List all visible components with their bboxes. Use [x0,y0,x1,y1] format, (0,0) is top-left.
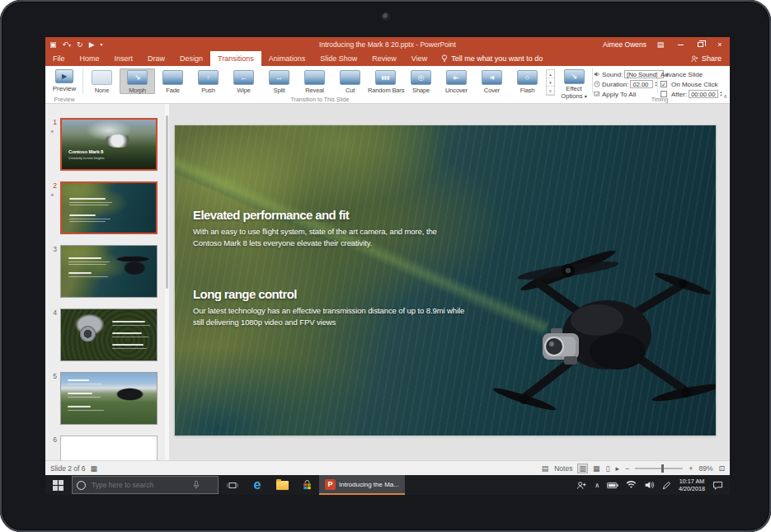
signed-in-user[interactable]: Aimee Owens [603,40,646,49]
pen-icon[interactable] [662,481,671,490]
notes-button[interactable]: Notes [554,464,572,473]
panel-scrollbar-thumb[interactable] [166,115,168,289]
slide-thumbnail-6[interactable] [60,435,157,460]
action-center-icon[interactable] [712,481,723,490]
edge-button[interactable]: e [245,475,270,495]
transition-label: Reveal [297,87,332,94]
slide-thumbnail-4[interactable] [60,308,157,361]
start-presentation-icon[interactable]: ▶ [89,40,95,49]
store-icon [302,480,313,491]
transition-uncover[interactable]: ⇤Uncover [439,68,474,94]
transition-morph[interactable]: ↘Morph [120,68,155,94]
duration-input[interactable]: 02.00 [630,80,653,88]
file-explorer-button[interactable] [270,475,294,495]
battery-icon[interactable] [607,482,618,489]
ribbon-display-options-icon[interactable]: ▤ [655,40,666,49]
tray-chevron-up-icon[interactable]: ∧ [595,482,599,489]
slide-text-block-2[interactable]: Long range control Our latest technology… [193,287,465,329]
transition-shape[interactable]: ◎Shape [403,68,439,94]
wifi-icon[interactable] [626,481,637,489]
effect-options-button[interactable]: ↘ Effect Options ▾ [557,69,590,101]
zoom-in-icon[interactable]: + [689,464,693,473]
slide-thumbnail-3[interactable] [60,245,157,298]
zoom-slider-thumb[interactable] [661,464,664,473]
transition-wipe[interactable]: ←Wipe [226,68,261,94]
transition-flash[interactable]: ○Flash [510,68,545,94]
preview-button[interactable]: ▶ Preview [49,69,79,92]
close-button[interactable]: × [714,40,726,49]
gallery-down-icon[interactable]: ▾ [547,78,554,87]
current-slide[interactable]: Elevated performance and fit With an eas… [175,125,716,435]
people-icon[interactable] [576,481,587,490]
slide-thumbnail-1[interactable]: Contoso Mark 8 Creativity to new heights [60,118,157,171]
thumbnail-text-placeholder [68,257,101,259]
accessibility-status-icon[interactable]: ▦ [91,464,98,473]
task-view-button[interactable] [220,475,245,495]
on-mouse-click-checkbox[interactable]: ✓ [661,81,667,87]
tab-file[interactable]: File [45,51,73,66]
thumbnail-text-placeholder [112,348,147,349]
store-button[interactable] [294,475,319,495]
undo-dropdown-icon[interactable]: ▾ [68,43,71,48]
slide-text-block-1[interactable]: Elevated performance and fit With an eas… [193,208,465,250]
transition-none[interactable]: None [84,68,120,94]
tab-draw[interactable]: Draw [140,51,172,66]
undo-icon[interactable]: ↶▾ [63,40,72,49]
gallery-up-icon[interactable]: ▴ [547,70,554,78]
minimize-button[interactable] [675,40,686,49]
slide-body: Our latest technology has an effective t… [193,305,465,329]
restore-button[interactable] [694,40,706,49]
slide-thumbnail-2[interactable] [60,181,157,234]
status-bar: Slide 2 of 6 ▦ ▤ Notes ▥ ▦ ▯ ▸ − + 89% ⊡ [45,460,730,475]
transition-fade[interactable]: Fade [155,68,190,94]
slideshow-view-icon[interactable]: ▸ [615,464,619,473]
tab-insert[interactable]: Insert [107,51,141,66]
zoom-slider[interactable] [635,468,683,469]
share-button[interactable]: Share [691,51,730,66]
notes-icon[interactable]: ▤ [542,464,549,473]
search-input[interactable] [90,480,189,490]
duration-label: Duration: [602,81,628,88]
slide-thumbnail-panel: 1 ★ Contoso Mark 8 Creativity to new hei… [45,104,169,460]
thumbnail-text-placeholder [68,261,110,262]
taskbar-search[interactable] [72,476,219,494]
slide-indicator: Slide 2 of 6 [50,464,86,473]
slide-number: 4 [47,308,57,317]
transition-split[interactable]: ↔Split [261,68,297,94]
collapse-ribbon-icon[interactable]: ∧ [723,93,727,100]
slide-sorter-view-icon[interactable]: ▦ [593,464,600,473]
tab-review[interactable]: Review [364,51,404,66]
taskbar-clock[interactable]: 10:17 AM 4/20/2018 [679,478,705,493]
reading-view-icon[interactable]: ▯ [605,464,609,473]
microphone-icon[interactable] [193,480,200,490]
effect-options-label: Effect Options [561,85,582,100]
minimize-icon [678,45,684,45]
transition-cut[interactable]: Cut [332,68,368,94]
save-icon[interactable]: ▣ [49,40,57,49]
fit-to-window-icon[interactable]: ⊡ [718,464,725,473]
volume-icon[interactable] [644,481,655,489]
slide-thumbnail-5[interactable] [60,372,157,425]
customize-qat-icon[interactable]: ▾ [101,41,103,47]
tab-slide-show[interactable]: Slide Show [313,51,364,66]
tab-view[interactable]: View [404,51,435,66]
zoom-out-icon[interactable]: − [625,464,629,473]
powerpoint-task-button[interactable]: P Introducing the Ma... [319,475,405,495]
sound-select[interactable]: [No Sound] [624,70,664,78]
transition-random-bars[interactable]: ▮▮▮Random Bars [368,68,403,94]
tab-animations[interactable]: Animations [261,51,313,66]
gallery-more-icon[interactable]: ≡ [547,87,554,95]
transition-reveal[interactable]: Reveal [297,68,332,94]
tab-home[interactable]: Home [73,51,107,66]
gallery-scrollbar[interactable]: ▴ ▾ ≡ [546,69,555,96]
tell-me-box[interactable]: Tell me what you want to do [435,51,549,66]
zoom-percent[interactable]: 89% [698,464,712,473]
transition-cover[interactable]: ◀Cover [474,68,510,94]
normal-view-icon[interactable]: ▥ [578,464,587,473]
repeat-icon[interactable]: ↻ [77,40,83,49]
start-button[interactable] [45,475,70,495]
thumbnail-text-placeholder [68,397,101,398]
tab-transitions[interactable]: Transitions [210,51,261,66]
tab-design[interactable]: Design [172,51,210,66]
transition-push[interactable]: ↑Push [190,68,226,94]
